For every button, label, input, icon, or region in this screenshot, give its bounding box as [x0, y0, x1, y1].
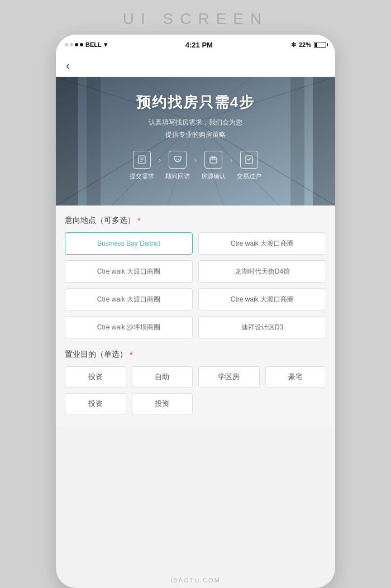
purpose-1[interactable]: 自助: [132, 366, 193, 388]
step-2: 顾问回访: [165, 151, 190, 180]
step-2-icon: [169, 151, 187, 169]
status-right: ✻ 22%: [291, 41, 326, 49]
watermark-label: IBAOTU.COM: [170, 577, 221, 584]
step-3-label: 房源确认: [201, 172, 226, 180]
step-arrow-1: ›: [159, 156, 161, 175]
purpose-3[interactable]: 豪宅: [265, 366, 327, 388]
hero-title: 预约找房只需4步: [136, 93, 255, 112]
hero-content: 预约找房只需4步 认真填写找房需求，我们会为您 提供专业的购房策略: [136, 77, 255, 141]
svg-rect-12: [313, 77, 335, 205]
battery-icon: [314, 42, 326, 48]
status-bar: BELL ▾ 4:21 PM ✻ 22%: [56, 35, 335, 55]
location-tag-6[interactable]: Ctre waik 沙坪坝商圈: [65, 316, 193, 338]
purpose-grid-row2: 投资 投资: [65, 393, 326, 414]
svg-rect-19: [210, 157, 217, 163]
step-1-icon: [133, 151, 151, 169]
step-arrow-2: ›: [194, 156, 197, 175]
location-tag-3[interactable]: 龙湖时代天街D4馆: [198, 260, 326, 283]
step-4: 交易过户: [237, 151, 261, 180]
battery-percent: 22%: [299, 41, 311, 48]
required-star-2: *: [130, 350, 132, 359]
location-tag-5[interactable]: Ctre waik 大渡口商圈: [198, 288, 326, 310]
time-display: 4:21 PM: [185, 41, 213, 49]
purpose-4[interactable]: 投资: [65, 393, 126, 414]
step-3: 房源确认: [201, 151, 226, 180]
location-tag-1[interactable]: Ctre waik 大渡口商圈: [198, 232, 326, 255]
step-4-label: 交易过户: [237, 172, 261, 180]
step-2-label: 顾问回访: [165, 172, 190, 180]
nav-bar: ‹: [56, 55, 335, 77]
wifi-icon: ▾: [104, 41, 107, 49]
hero-subtitle: 认真填写找房需求，我们会为您 提供专业的购房策略: [136, 117, 255, 141]
svg-rect-13: [87, 77, 101, 205]
svg-rect-11: [56, 77, 78, 205]
section2-label: 置业目的（单选） *: [65, 350, 326, 360]
purpose-0[interactable]: 投资: [65, 366, 126, 388]
form-section: 意向地点（可多选） * Business Bay District Ctre w…: [56, 205, 335, 426]
carrier-label: BELL: [85, 41, 102, 48]
signal-dots: [65, 43, 83, 46]
location-tag-0[interactable]: Business Bay District: [65, 232, 193, 255]
steps-row: 提交需求 › 顾问回访 ›: [130, 151, 261, 180]
purpose-2[interactable]: 学区房: [198, 366, 260, 388]
hero-section: 预约找房只需4步 认真填写找房需求，我们会为您 提供专业的购房策略 提交需求: [56, 77, 335, 205]
location-tag-7[interactable]: 迪拜设计区D3: [198, 316, 326, 338]
step-1: 提交需求: [130, 151, 154, 180]
bluetooth-icon: ✻: [291, 41, 296, 49]
section1-label: 意向地点（可多选） *: [65, 216, 326, 226]
purpose-grid-row1: 投资 自助 学区房 豪宅: [65, 366, 326, 388]
svg-rect-14: [290, 77, 304, 205]
step-3-icon: [204, 151, 222, 169]
status-left: BELL ▾: [65, 41, 107, 49]
required-star-1: *: [137, 216, 140, 225]
step-1-label: 提交需求: [130, 172, 154, 180]
back-button[interactable]: ‹: [66, 59, 70, 72]
step-arrow-3: ›: [230, 156, 232, 175]
purpose-5[interactable]: 投资: [132, 393, 193, 414]
page-title: UI SCREEN: [123, 10, 268, 28]
step-4-icon: [240, 151, 258, 169]
location-tag-2[interactable]: Ctre waik 大渡口商圈: [65, 260, 193, 283]
phone-frame: BELL ▾ 4:21 PM ✻ 22% ‹: [56, 35, 335, 588]
location-tag-4[interactable]: Ctre waik 大渡口商圈: [65, 288, 193, 310]
location-tags-grid: Business Bay District Ctre waik 大渡口商圈 Ct…: [65, 232, 326, 338]
